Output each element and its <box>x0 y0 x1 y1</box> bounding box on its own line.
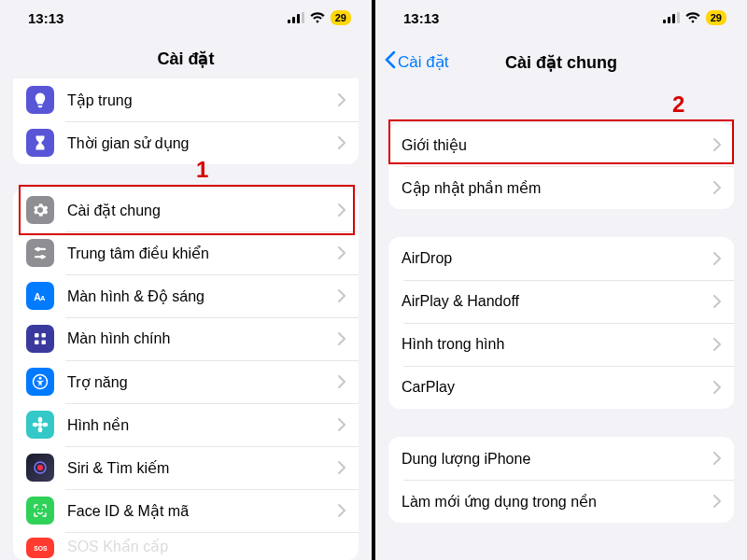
row-carplay[interactable]: CarPlay <box>388 366 734 409</box>
row-label: Cập nhật phần mềm <box>402 179 713 197</box>
row-accessibility[interactable]: Trợ năng <box>13 360 359 403</box>
row-homescreen[interactable]: Màn hình chính <box>13 317 359 360</box>
page-title: Cài đặt chung <box>505 52 617 73</box>
phone-settings: 13:13 29 Cài đặt Tập trung Thời gian sử … <box>0 0 372 560</box>
svg-point-24 <box>42 509 44 511</box>
svg-point-7 <box>40 255 45 259</box>
row-general[interactable]: Cài đặt chung <box>13 189 359 231</box>
row-label: SOS Khẩn cấp <box>67 538 345 555</box>
row-about[interactable]: Giới thiệu <box>388 123 734 166</box>
chevron-right-icon <box>713 495 721 508</box>
svg-rect-2 <box>297 14 300 23</box>
svg-rect-26 <box>663 20 666 23</box>
chevron-right-icon <box>338 246 345 259</box>
row-label: Trợ năng <box>67 373 338 391</box>
row-label: Giới thiệu <box>402 136 713 154</box>
chevron-right-icon <box>338 504 345 517</box>
status-bar: 13:13 29 <box>0 0 372 35</box>
svg-point-16 <box>38 423 43 427</box>
row-airdrop[interactable]: AirDrop <box>388 237 734 280</box>
chevron-right-icon <box>338 375 345 388</box>
svg-rect-10 <box>35 333 39 338</box>
battery-indicator: 29 <box>706 10 726 25</box>
status-time: 13:13 <box>403 10 439 26</box>
svg-point-23 <box>37 509 39 511</box>
svg-point-18 <box>38 427 43 432</box>
row-label: Cài đặt chung <box>67 202 338 219</box>
battery-indicator: 29 <box>331 10 351 25</box>
row-label: Tập trung <box>67 91 338 109</box>
svg-rect-28 <box>672 14 675 23</box>
back-button[interactable]: Cài đặt <box>385 50 448 74</box>
svg-text:A: A <box>40 294 46 302</box>
row-label: Dung lượng iPhone <box>402 450 713 468</box>
accessibility-icon <box>26 368 54 396</box>
row-focus[interactable]: Tập trung <box>13 78 359 121</box>
svg-rect-11 <box>42 333 47 338</box>
row-control-center[interactable]: Trung tâm điều khiển <box>13 231 359 274</box>
row-label: Làm mới ứng dụng trong nền <box>402 493 713 511</box>
svg-point-20 <box>42 423 48 427</box>
settings-group-general: Cài đặt chung Trung tâm điều khiển AA Mà… <box>13 189 359 560</box>
chevron-right-icon <box>338 289 345 302</box>
row-label: Thời gian sử dụng <box>67 134 338 152</box>
chevron-right-icon <box>713 295 721 308</box>
row-storage[interactable]: Dung lượng iPhone <box>388 437 734 480</box>
settings-group-focus: Tập trung Thời gian sử dụng <box>13 78 359 164</box>
wifi-icon <box>685 10 700 26</box>
row-screentime[interactable]: Thời gian sử dụng <box>13 121 359 164</box>
row-wallpaper[interactable]: Hình nền <box>13 403 359 446</box>
flower-icon <box>26 411 54 439</box>
row-label: Hình trong hình <box>402 336 713 353</box>
row-label: CarPlay <box>402 379 713 396</box>
svg-rect-27 <box>668 17 670 23</box>
signal-icon <box>663 10 680 26</box>
status-right: 29 <box>663 10 726 26</box>
sliders-icon <box>26 239 54 267</box>
general-group-about: Giới thiệu Cập nhật phần mềm <box>388 123 734 209</box>
svg-rect-29 <box>677 12 680 23</box>
nav-bar: Cài đặt Cài đặt chung <box>375 35 747 91</box>
text-size-icon: AA <box>26 282 54 310</box>
status-time: 13:13 <box>28 10 63 26</box>
chevron-right-icon <box>338 418 345 431</box>
row-software-update[interactable]: Cập nhật phần mềm <box>388 166 734 209</box>
general-group-storage: Dung lượng iPhone Làm mới ứng dụng trong… <box>388 437 734 523</box>
row-label: AirDrop <box>402 250 713 267</box>
svg-point-22 <box>37 465 43 470</box>
row-siri[interactable]: Siri & Tìm kiếm <box>13 446 359 489</box>
row-bg-refresh[interactable]: Làm mới ứng dụng trong nền <box>388 480 734 523</box>
svg-text:SOS: SOS <box>34 545 48 552</box>
svg-rect-3 <box>302 12 304 23</box>
row-pip[interactable]: Hình trong hình <box>388 323 734 366</box>
svg-rect-1 <box>292 17 295 23</box>
chevron-right-icon <box>713 252 721 265</box>
row-airplay[interactable]: AirPlay & Handoff <box>388 280 734 323</box>
svg-rect-13 <box>42 341 47 345</box>
row-label: Màn hình chính <box>67 330 338 347</box>
row-faceid[interactable]: Face ID & Mật mã <box>13 489 359 532</box>
phone-general: 13:13 29 Cài đặt Cài đặt chung Giới thiệ… <box>375 0 747 560</box>
page-title: Cài đặt <box>0 35 372 78</box>
chevron-right-icon <box>338 332 345 345</box>
chevron-right-icon <box>338 203 345 217</box>
apps-grid-icon <box>26 325 54 353</box>
row-label: Siri & Tìm kiếm <box>67 459 338 477</box>
battery-percent: 29 <box>706 10 726 25</box>
row-display[interactable]: AA Màn hình & Độ sáng <box>13 274 359 317</box>
chevron-right-icon <box>713 138 721 151</box>
row-label: Màn hình & Độ sáng <box>67 287 338 305</box>
focus-icon <box>26 86 54 114</box>
row-sos[interactable]: SOS SOS Khẩn cấp <box>13 532 359 560</box>
chevron-right-icon <box>338 136 345 149</box>
svg-point-17 <box>38 417 43 423</box>
siri-icon <box>26 454 54 482</box>
signal-icon <box>288 10 304 26</box>
battery-percent: 29 <box>331 10 351 25</box>
svg-point-15 <box>39 377 42 380</box>
row-label: Trung tâm điều khiển <box>67 245 338 262</box>
callout-2: 2 <box>672 91 684 118</box>
chevron-right-icon <box>713 452 721 465</box>
status-right: 29 <box>288 10 351 26</box>
gear-icon <box>26 196 54 224</box>
